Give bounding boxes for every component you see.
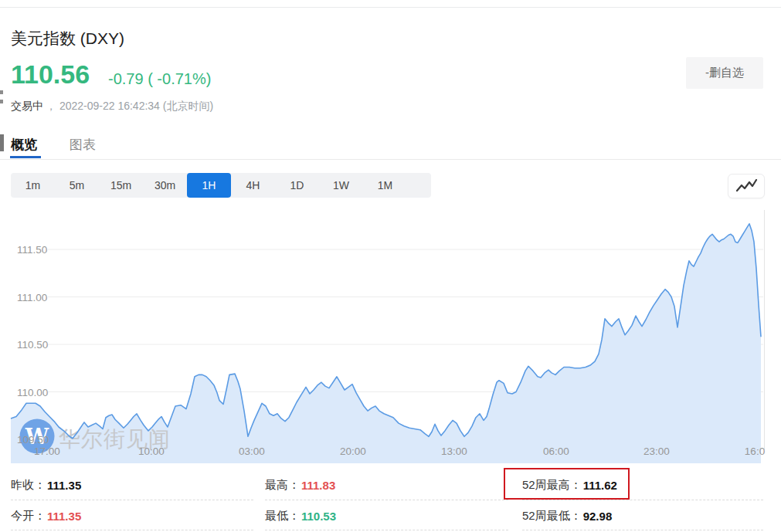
x-axis-label: 10:00 [138,446,165,457]
timeframe-bar: 1m 5m 15m 30m 1H 4H 1D 1W 1M [11,173,431,198]
price-change: -0.79 ( -0.71%) [108,71,211,86]
price-chart[interactable]: W华尔街见闻111.50111.00110.50110.00109.5017:0… [0,205,781,466]
stat-label: 52周最高： [522,478,582,493]
stat-value: 92.98 [583,510,613,523]
quote-timestamp: ， 2022-09-22 16:42:34 (北京时间) [46,100,213,112]
y-axis-label: 110.50 [17,339,48,351]
stat-value: 110.53 [301,510,336,523]
row-divider [11,500,253,500]
stat-label: 今开： [11,509,46,524]
y-axis-label: 110.00 [17,387,48,398]
clipped-edge-artifact [0,100,3,103]
x-axis-label: 06:00 [543,446,569,457]
clipped-edge-artifact [0,90,3,94]
tab-chart[interactable]: 图表 [70,136,96,154]
y-axis-label: 109.50 [17,434,49,446]
stat-label: 52周最低： [522,509,582,524]
stat-label: 昨收： [11,478,46,493]
timeframe-5m[interactable]: 5m [55,173,99,198]
stat-value: 111.35 [47,479,81,492]
x-axis-label: 20:00 [340,446,366,457]
clipped-edge-artifact [0,134,4,151]
last-price: 110.56 [11,61,90,87]
stat-label: 最高： [265,478,300,493]
stat-value: 111.62 [583,479,617,492]
stat-high: 最高： 111.83 [265,476,335,493]
trading-status: 交易中 [11,100,43,112]
line-chart-icon [735,179,758,193]
y-axis-label: 111.00 [17,292,47,303]
timeframe-1d[interactable]: 1D [275,173,319,198]
stat-prev-close: 昨收： 111.35 [11,476,81,493]
x-axis-label: 23:00 [643,446,670,457]
row-divider [522,500,763,500]
remove-watchlist-button[interactable]: -删自选 [686,57,763,89]
x-axis-label: 17:00 [34,446,60,457]
timeframe-4h[interactable]: 4H [231,173,275,198]
timeframe-1m-month[interactable]: 1M [363,173,407,198]
quote-page: 美元指数 (DXY) 110.56 -0.79 ( -0.71%) 交易中， 2… [0,0,781,532]
x-axis-label: 16:0 [745,446,765,457]
row-divider [522,530,763,530]
chart-type-button[interactable] [728,174,765,198]
row-divider [265,500,508,500]
x-axis-label: 13:00 [441,446,467,457]
stat-open: 今开： 111.35 [11,507,81,524]
row-divider [11,530,253,530]
x-axis-label: 03:00 [239,446,265,457]
timeframe-1h[interactable]: 1H [187,173,231,198]
active-tab-underline [10,156,41,158]
trading-status-line: 交易中， 2022-09-22 16:42:34 (北京时间) [11,100,213,114]
timeframe-30m[interactable]: 30m [143,173,187,198]
page-title: 美元指数 (DXY) [11,28,124,49]
stat-value: 111.83 [301,479,335,492]
y-axis-label: 111.50 [17,244,47,256]
timeframe-1w[interactable]: 1W [319,173,363,198]
tabbar-divider [0,159,781,160]
stat-52w-high: 52周最高： 111.62 [522,476,617,493]
timeframe-1m[interactable]: 1m [11,173,55,198]
timeframe-15m[interactable]: 15m [99,173,143,198]
area-chart-canvas[interactable]: W华尔街见闻111.50111.00110.50110.00109.5017:0… [0,205,781,466]
top-divider [0,7,781,8]
stat-52w-low: 52周最低： 92.98 [522,507,612,524]
row-divider [265,530,508,530]
tab-overview[interactable]: 概览 [11,136,37,154]
stat-value: 111.35 [47,510,81,523]
stat-low: 最低： 110.53 [265,507,336,524]
stat-label: 最低： [265,509,300,524]
